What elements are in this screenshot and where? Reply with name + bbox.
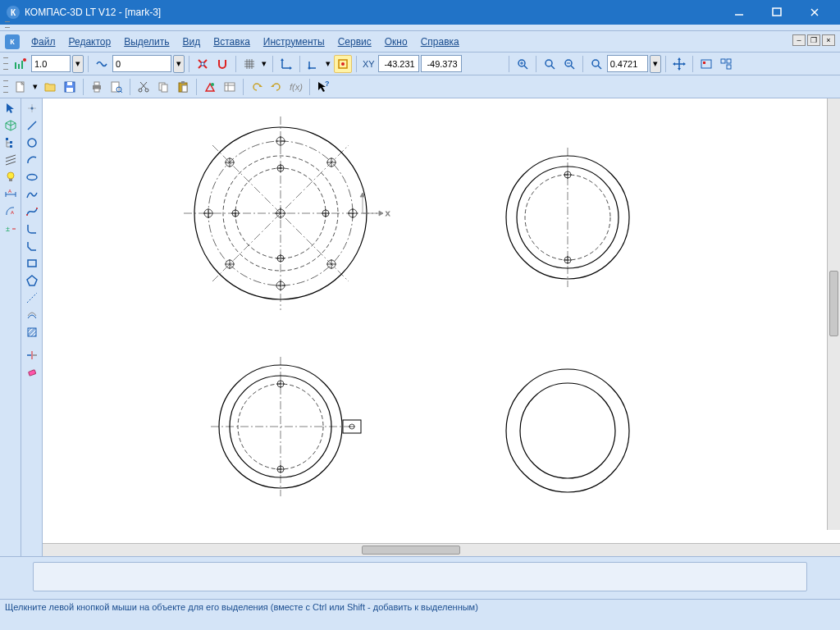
offset-icon[interactable]: [23, 307, 41, 323]
zoom-in-icon[interactable]: [541, 55, 559, 73]
menu-window[interactable]: Окно: [378, 34, 414, 50]
rectangle-icon[interactable]: [23, 255, 41, 272]
menu-tools[interactable]: Инструменты: [257, 34, 331, 50]
style-select[interactable]: 0: [112, 55, 171, 72]
svg-rect-63: [10, 145, 12, 148]
menu-help[interactable]: Справка: [414, 34, 466, 50]
select-arrow-icon[interactable]: [2, 100, 20, 116]
fx-icon[interactable]: f(x): [287, 78, 305, 96]
minimize-button[interactable]: [720, 0, 758, 25]
polygon-icon[interactable]: [23, 272, 41, 289]
mdi-minimize[interactable]: –: [792, 34, 806, 46]
step-icon[interactable]: [11, 55, 30, 73]
zoom-dropdown[interactable]: ▾: [650, 55, 661, 73]
redo-icon[interactable]: [267, 78, 285, 96]
eraser-icon[interactable]: [23, 364, 41, 381]
horizontal-scrollbar[interactable]: [43, 543, 840, 556]
pan-icon[interactable]: [670, 55, 688, 73]
menu-insert[interactable]: Вставка: [207, 34, 257, 50]
tree-icon[interactable]: [2, 135, 20, 151]
toolbar-grip[interactable]: [3, 79, 8, 95]
ortho-icon[interactable]: [277, 55, 295, 73]
isometric-icon[interactable]: [2, 117, 20, 134]
svg-rect-33: [727, 59, 731, 63]
geometry-toolbar: [21, 98, 43, 556]
svg-rect-52: [181, 81, 185, 84]
mdi-restore[interactable]: ❐: [807, 34, 820, 46]
svg-line-48: [140, 82, 146, 89]
menu-bar: К Файл Редактор Выделить Вид Вставка Инс…: [0, 31, 840, 52]
menu-select[interactable]: Выделить: [117, 34, 176, 50]
mdi-close[interactable]: ×: [822, 34, 835, 46]
spline-icon[interactable]: [23, 186, 41, 203]
undo-icon[interactable]: [248, 78, 266, 96]
toolbar-grip[interactable]: [3, 56, 8, 72]
tolerance-icon[interactable]: ±: [2, 221, 20, 237]
arc-dim-icon[interactable]: A: [2, 203, 20, 220]
fillet-icon[interactable]: [23, 221, 41, 237]
snap-icon[interactable]: [194, 55, 212, 73]
zoom-window-icon[interactable]: [514, 55, 532, 73]
magnet-icon[interactable]: [213, 55, 231, 73]
copy-icon[interactable]: [154, 78, 172, 96]
svg-point-165: [506, 369, 629, 492]
local-cs-icon[interactable]: [304, 55, 322, 73]
svg-point-46: [145, 89, 148, 92]
svg-marker-82: [27, 276, 37, 285]
lamp-icon[interactable]: [2, 169, 20, 185]
save-icon[interactable]: [61, 78, 79, 96]
new-icon[interactable]: [11, 78, 30, 96]
grid-icon[interactable]: [240, 55, 258, 73]
menu-view[interactable]: Вид: [176, 34, 208, 50]
dimension-icon[interactable]: A: [2, 186, 20, 203]
construction-line-icon[interactable]: [23, 290, 41, 306]
coord-x-input[interactable]: -43.231: [378, 55, 419, 72]
paste-icon[interactable]: [174, 78, 192, 96]
app-menu-button[interactable]: К: [5, 34, 20, 49]
zoom-out-icon[interactable]: [560, 55, 578, 73]
trim-icon[interactable]: [23, 347, 41, 363]
vertical-scrollbar[interactable]: [827, 98, 840, 530]
close-button[interactable]: [796, 0, 833, 25]
zoom-select[interactable]: 0.4721: [607, 55, 648, 72]
ellipse-icon[interactable]: [23, 169, 41, 185]
redraw-icon[interactable]: [717, 55, 735, 73]
style-icon[interactable]: [93, 55, 111, 73]
menu-service[interactable]: Сервис: [331, 34, 378, 50]
refresh-icon[interactable]: [697, 55, 715, 73]
hatch-icon[interactable]: [23, 324, 41, 340]
svg-rect-61: [6, 138, 8, 140]
zoom-scale-icon[interactable]: [587, 55, 605, 73]
help-cursor-icon[interactable]: ?: [314, 78, 332, 96]
drawing-canvas[interactable]: X: [43, 98, 840, 543]
svg-point-45: [139, 89, 142, 92]
snap-toggle-icon[interactable]: [334, 55, 352, 73]
grid-hatch-icon[interactable]: [2, 152, 20, 168]
menu-editor[interactable]: Редактор: [62, 34, 118, 50]
new-dropdown[interactable]: ▾: [31, 78, 39, 96]
circle-icon[interactable]: [23, 135, 41, 151]
menu-file[interactable]: Файл: [25, 34, 62, 50]
style-dropdown[interactable]: ▾: [173, 55, 185, 73]
line-icon[interactable]: [23, 117, 41, 134]
svg-rect-32: [727, 65, 731, 69]
svg-point-54: [211, 83, 214, 86]
local-cs-dropdown[interactable]: ▾: [324, 55, 332, 73]
chamfer-icon[interactable]: [23, 238, 41, 254]
coord-y-input[interactable]: -49.373: [421, 55, 462, 72]
svg-point-11: [308, 66, 311, 69]
preview-icon[interactable]: [107, 78, 126, 96]
bezier-icon[interactable]: [23, 203, 41, 220]
variables-icon[interactable]: [221, 78, 239, 96]
print-icon[interactable]: [88, 78, 106, 96]
step-dropdown[interactable]: ▾: [72, 55, 84, 73]
properties-icon[interactable]: [201, 78, 219, 96]
cut-icon[interactable]: [135, 78, 153, 96]
step-select[interactable]: 1.0: [31, 55, 71, 72]
command-input-area[interactable]: [33, 562, 807, 591]
open-icon[interactable]: [41, 78, 59, 96]
maximize-button[interactable]: [758, 0, 796, 25]
point-icon[interactable]: [23, 100, 41, 116]
arc-icon[interactable]: [23, 152, 41, 168]
grid-dropdown[interactable]: ▾: [260, 55, 268, 73]
